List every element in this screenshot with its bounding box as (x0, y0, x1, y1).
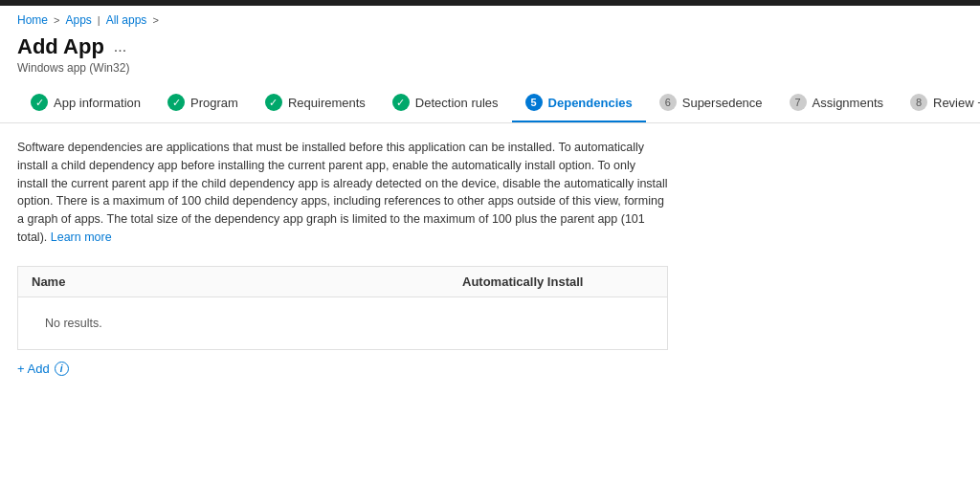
tab-check-requirements: ✓ (265, 94, 282, 111)
tab-detection-rules[interactable]: ✓ Detection rules (379, 84, 512, 122)
breadcrumb-sep-1: > (54, 14, 59, 26)
tab-label-app-information: App information (54, 96, 141, 110)
tab-program[interactable]: ✓ Program (154, 84, 252, 122)
tab-label-review-create: Review + create (933, 96, 980, 110)
tab-label-program: Program (190, 96, 238, 110)
table-header: Name Automatically Install (18, 267, 667, 297)
table-row-no-results: No results. (18, 297, 667, 349)
breadcrumb: Home > Apps | All apps > (0, 6, 980, 31)
tab-check-detection-rules: ✓ (392, 94, 410, 111)
col-header-name: Name (32, 274, 462, 289)
tab-check-program: ✓ (167, 94, 185, 111)
page-subtitle: Windows app (Win32) (17, 61, 129, 75)
add-link[interactable]: + Add i (17, 362, 668, 376)
tab-check-app-information: ✓ (31, 94, 48, 111)
page-title: Add App (17, 34, 104, 59)
description-body: Software dependencies are applications t… (17, 141, 668, 244)
tab-label-dependencies: Dependencies (548, 96, 633, 110)
tab-label-supersedence: Supersedence (682, 96, 763, 110)
no-results-label: No results. (32, 307, 116, 340)
description-text: Software dependencies are applications t… (17, 139, 668, 247)
info-icon: i (55, 362, 69, 376)
content-area: Software dependencies are applications t… (0, 123, 980, 391)
tab-number-assignments: 7 (790, 94, 807, 111)
tab-assignments[interactable]: 7 Assignments (776, 84, 897, 122)
col-header-auto-install: Automatically Install (462, 274, 654, 289)
breadcrumb-sep-3: > (152, 14, 158, 26)
tab-requirements[interactable]: ✓ Requirements (252, 84, 379, 122)
tab-app-information[interactable]: ✓ App information (17, 84, 154, 122)
dependencies-table: Name Automatically Install No results. (17, 266, 668, 350)
page-header: Add App ... Windows app (Win32) (0, 31, 980, 84)
tab-label-requirements: Requirements (288, 96, 366, 110)
breadcrumb-all-apps[interactable]: All apps (106, 13, 147, 27)
breadcrumb-apps[interactable]: Apps (65, 13, 91, 27)
tab-label-detection-rules: Detection rules (415, 96, 499, 110)
tab-number-review-create: 8 (910, 94, 927, 111)
tabs-container: ✓ App information ✓ Program ✓ Requiremen… (0, 84, 980, 123)
tab-number-supersedence: 6 (659, 94, 677, 111)
tab-number-dependencies: 5 (525, 94, 543, 111)
more-options-icon[interactable]: ... (114, 38, 126, 55)
breadcrumb-sep-2: | (98, 14, 100, 26)
tab-review-create[interactable]: 8 Review + create (897, 84, 980, 122)
tab-dependencies[interactable]: 5 Dependencies (512, 84, 646, 122)
tab-label-assignments: Assignments (813, 96, 883, 110)
tab-supersedence[interactable]: 6 Supersedence (646, 84, 776, 122)
learn-more-link[interactable]: Learn more (51, 231, 112, 244)
breadcrumb-home[interactable]: Home (17, 13, 48, 27)
add-label[interactable]: + Add (17, 362, 50, 376)
